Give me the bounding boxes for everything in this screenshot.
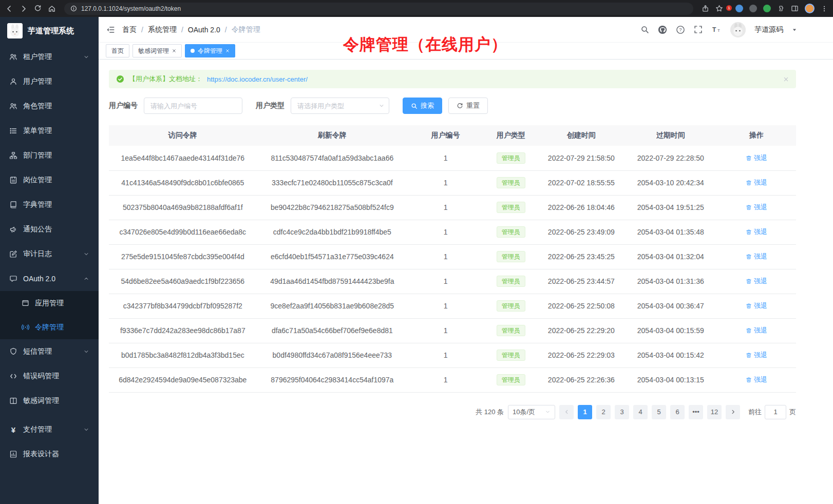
alert-close-icon[interactable] — [783, 76, 789, 82]
extension-badge: 1 — [726, 5, 732, 11]
page-button[interactable]: 2 — [596, 405, 611, 419]
force-logout-button[interactable]: 强退 — [746, 375, 767, 384]
sidebar-item-tenant[interactable]: 租户管理 — [0, 45, 99, 69]
sidebar-item-menu[interactable]: 菜单管理 — [0, 119, 99, 143]
trash-icon — [746, 278, 752, 284]
page-button[interactable]: 4 — [633, 405, 648, 419]
page-button[interactable]: 1 — [578, 405, 592, 419]
sidebar-item-oauth-app[interactable]: 应用管理 — [0, 291, 99, 315]
force-logout-button[interactable]: 强退 — [746, 277, 767, 286]
force-logout-button[interactable]: 强退 — [746, 252, 767, 261]
docs-help-icon[interactable]: ? — [676, 25, 685, 34]
tab-sensitive-word[interactable]: 敏感词管理 — [132, 44, 182, 57]
collapse-sidebar-icon[interactable] — [106, 25, 115, 34]
breadcrumb-separator: / — [141, 26, 143, 34]
sidebar-item-label: 菜单管理 — [23, 126, 52, 135]
tab-token[interactable]: 令牌管理 — [185, 44, 235, 57]
user-id-cell: 1 — [408, 343, 483, 367]
user-avatar[interactable] — [730, 22, 746, 37]
report-icon — [9, 450, 17, 458]
next-page-button[interactable] — [726, 405, 740, 419]
user-type-select[interactable] — [291, 98, 389, 114]
force-logout-button[interactable]: 强退 — [746, 227, 767, 237]
page-button[interactable]: 3 — [615, 405, 629, 419]
breadcrumb-system[interactable]: 系统管理 — [148, 25, 177, 34]
page-size-select[interactable]: 10条/页 — [508, 405, 555, 419]
sidebar-item-label: 用户管理 — [23, 77, 52, 86]
font-size-icon[interactable]: TT — [711, 25, 722, 34]
sidebar-item-oauth-token[interactable]: 令牌管理 — [0, 315, 99, 339]
url-bar[interactable]: 127.0.0.1:1024/system/oauth2/token — [64, 3, 693, 15]
sidebar-item-oauth[interactable]: OAuth 2.0 — [0, 266, 99, 291]
columns-icon — [9, 397, 17, 405]
sidebar-item-dict[interactable]: 字典管理 — [0, 192, 99, 217]
sidebar-item-user[interactable]: 用户管理 — [0, 69, 99, 94]
breadcrumb-oauth[interactable]: OAuth 2.0 — [188, 26, 220, 34]
yen-icon: ¥ — [9, 426, 17, 434]
extensions-puzzle-icon[interactable] — [777, 5, 785, 12]
prev-page-button[interactable] — [559, 405, 574, 419]
more-pages-button[interactable]: ••• — [689, 405, 703, 419]
github-icon[interactable] — [658, 25, 667, 34]
force-logout-button[interactable]: 强退 — [746, 203, 767, 212]
reload-icon[interactable] — [34, 5, 42, 12]
home-icon[interactable] — [48, 5, 56, 13]
sidebar-item-role[interactable]: 角色管理 — [0, 94, 99, 119]
goto-page-input[interactable] — [765, 405, 786, 419]
app-logo[interactable]: 芋道管理系统 — [0, 17, 99, 45]
user-type-badge: 管理员 — [497, 325, 525, 336]
force-logout-button[interactable]: 强退 — [746, 153, 767, 163]
bookmark-star-icon[interactable] — [715, 5, 723, 12]
back-icon[interactable] — [5, 5, 13, 13]
page-button[interactable]: 5 — [652, 405, 666, 419]
force-logout-button[interactable]: 强退 — [746, 178, 767, 187]
sidebar-item-sensitive-word[interactable]: 敏感词管理 — [0, 389, 99, 413]
browser-menu-icon[interactable] — [821, 5, 828, 12]
refresh-token-cell: 8796295f04064c2983414cc54af1097a — [257, 367, 408, 392]
info-icon[interactable] — [70, 5, 77, 12]
fullscreen-icon[interactable] — [694, 25, 703, 34]
share-icon[interactable] — [702, 5, 709, 12]
page-button[interactable]: 12 — [707, 405, 722, 419]
code-icon — [9, 372, 17, 380]
sidebar-item-notice[interactable]: 通知公告 — [0, 217, 99, 242]
username-label[interactable]: 芋道源码 — [754, 25, 783, 34]
sidebar-item-sms[interactable]: 短信管理 — [0, 339, 99, 364]
sidebar-item-errorcode[interactable]: 错误码管理 — [0, 364, 99, 389]
breadcrumb-home[interactable]: 首页 — [122, 25, 137, 34]
svg-text:T: T — [717, 28, 720, 33]
force-logout-button[interactable]: 强退 — [746, 301, 767, 311]
expire-time-cell: 2054-03-04 01:32:04 — [624, 244, 717, 269]
sidebar-item-audit-log[interactable]: 审计日志 — [0, 242, 99, 266]
search-icon[interactable] — [640, 25, 649, 34]
split-window-icon[interactable] — [791, 5, 799, 12]
caret-down-icon[interactable] — [792, 27, 797, 32]
sidebar-item-report-designer[interactable]: 报表设计器 — [0, 442, 99, 467]
user-type-label: 用户类型 — [256, 101, 285, 110]
close-icon[interactable] — [225, 49, 230, 53]
browser-profile-icon[interactable] — [805, 4, 815, 13]
sidebar-item-pay[interactable]: ¥ 支付管理 — [0, 417, 99, 442]
sidebar-item-post[interactable]: 岗位管理 — [0, 168, 99, 192]
extension-green-icon[interactable] — [763, 5, 771, 12]
user-id-input[interactable] — [144, 98, 242, 114]
reset-button[interactable]: 重置 — [448, 98, 488, 114]
sidebar-menu: 租户管理 用户管理 角色管理 菜单管理 部门管理 岗位管理 — [0, 45, 99, 504]
breadcrumb: 首页 / 系统管理 / OAuth 2.0 / 令牌管理 — [122, 25, 260, 34]
extension-blue-icon[interactable] — [735, 5, 743, 12]
search-button[interactable]: 搜索 — [403, 98, 442, 114]
page-button[interactable]: 6 — [670, 405, 685, 419]
doc-link[interactable]: https://doc.iocoder.cn/user-center/ — [207, 75, 308, 83]
trash-icon — [746, 229, 752, 235]
svg-text:?: ? — [679, 27, 681, 32]
sidebar-item-dept[interactable]: 部门管理 — [0, 143, 99, 168]
forward-icon[interactable] — [20, 5, 28, 13]
create-time-cell: 2022-07-02 18:55:55 — [538, 170, 624, 195]
close-icon[interactable] — [172, 49, 176, 53]
force-logout-button[interactable]: 强退 — [746, 351, 767, 360]
tab-home[interactable]: 首页 — [106, 44, 129, 57]
extension-dark-icon[interactable] — [749, 5, 757, 12]
sidebar-item-label: 审计日志 — [23, 249, 52, 259]
force-logout-button[interactable]: 强退 — [746, 326, 767, 335]
user-id-cell: 1 — [408, 367, 483, 392]
